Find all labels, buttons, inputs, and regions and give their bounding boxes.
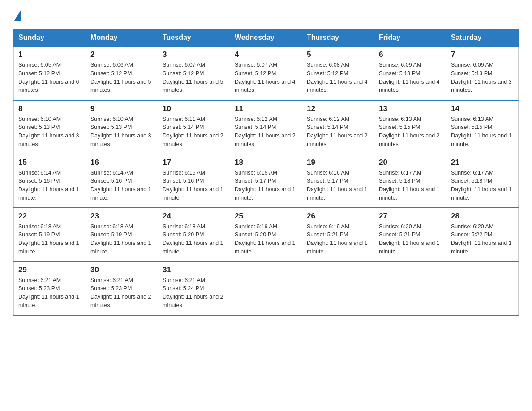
day-info: Sunrise: 6:21 AM Sunset: 5:23 PM Dayligh… xyxy=(90,276,153,310)
calendar-cell xyxy=(446,261,519,315)
day-number: 26 xyxy=(307,212,369,221)
day-number: 16 xyxy=(90,158,153,167)
logo-triangle-icon xyxy=(14,9,21,21)
day-info: Sunrise: 6:05 AM Sunset: 5:12 PM Dayligh… xyxy=(18,61,81,94)
day-info: Sunrise: 6:09 AM Sunset: 5:13 PM Dayligh… xyxy=(379,61,442,94)
day-number: 4 xyxy=(235,50,297,59)
calendar-cell: 5 Sunrise: 6:08 AM Sunset: 5:12 PM Dayli… xyxy=(302,47,374,100)
day-info: Sunrise: 6:19 AM Sunset: 5:21 PM Dayligh… xyxy=(307,223,369,256)
weekday-header-wednesday: Wednesday xyxy=(230,29,302,47)
calendar-cell: 28 Sunrise: 6:20 AM Sunset: 5:22 PM Dayl… xyxy=(446,208,519,261)
day-number: 17 xyxy=(163,158,225,167)
calendar-cell: 7 Sunrise: 6:09 AM Sunset: 5:13 PM Dayli… xyxy=(446,47,519,100)
day-info: Sunrise: 6:10 AM Sunset: 5:13 PM Dayligh… xyxy=(18,115,81,149)
day-info: Sunrise: 6:10 AM Sunset: 5:13 PM Dayligh… xyxy=(90,115,153,149)
logo xyxy=(13,9,21,21)
day-number: 24 xyxy=(163,212,225,221)
calendar-cell xyxy=(230,261,302,315)
calendar-table: SundayMondayTuesdayWednesdayThursdayFrid… xyxy=(13,29,519,316)
calendar-week-row: 15 Sunrise: 6:14 AM Sunset: 5:16 PM Dayl… xyxy=(14,154,519,208)
calendar-cell: 11 Sunrise: 6:12 AM Sunset: 5:14 PM Dayl… xyxy=(230,100,302,154)
weekday-header-monday: Monday xyxy=(86,29,158,47)
day-number: 10 xyxy=(163,104,225,113)
day-info: Sunrise: 6:15 AM Sunset: 5:16 PM Dayligh… xyxy=(163,169,225,202)
calendar-cell: 3 Sunrise: 6:07 AM Sunset: 5:12 PM Dayli… xyxy=(158,47,230,100)
calendar-cell xyxy=(302,261,374,315)
calendar-cell: 31 Sunrise: 6:21 AM Sunset: 5:24 PM Dayl… xyxy=(158,261,230,315)
day-number: 11 xyxy=(235,104,297,113)
day-info: Sunrise: 6:18 AM Sunset: 5:20 PM Dayligh… xyxy=(163,223,225,256)
day-number: 23 xyxy=(90,212,153,221)
calendar-week-row: 29 Sunrise: 6:21 AM Sunset: 5:23 PM Dayl… xyxy=(14,261,519,315)
day-number: 5 xyxy=(307,50,369,59)
weekday-header-row: SundayMondayTuesdayWednesdayThursdayFrid… xyxy=(14,29,519,47)
weekday-header-sunday: Sunday xyxy=(14,29,86,47)
calendar-cell: 12 Sunrise: 6:12 AM Sunset: 5:14 PM Dayl… xyxy=(302,100,374,154)
calendar-cell: 23 Sunrise: 6:18 AM Sunset: 5:19 PM Dayl… xyxy=(86,208,158,261)
weekday-header-saturday: Saturday xyxy=(446,29,519,47)
day-number: 20 xyxy=(379,158,442,167)
day-number: 1 xyxy=(18,50,81,59)
calendar-cell: 2 Sunrise: 6:06 AM Sunset: 5:12 PM Dayli… xyxy=(86,47,158,100)
weekday-header-tuesday: Tuesday xyxy=(158,29,230,47)
day-info: Sunrise: 6:21 AM Sunset: 5:24 PM Dayligh… xyxy=(163,276,225,310)
calendar-cell: 4 Sunrise: 6:07 AM Sunset: 5:12 PM Dayli… xyxy=(230,47,302,100)
day-info: Sunrise: 6:06 AM Sunset: 5:12 PM Dayligh… xyxy=(90,61,153,94)
calendar-week-row: 22 Sunrise: 6:18 AM Sunset: 5:19 PM Dayl… xyxy=(14,208,519,261)
calendar-cell: 15 Sunrise: 6:14 AM Sunset: 5:16 PM Dayl… xyxy=(14,154,86,208)
weekday-header-friday: Friday xyxy=(374,29,446,47)
day-number: 8 xyxy=(18,104,81,113)
day-info: Sunrise: 6:11 AM Sunset: 5:14 PM Dayligh… xyxy=(163,115,225,149)
day-info: Sunrise: 6:18 AM Sunset: 5:19 PM Dayligh… xyxy=(18,223,81,256)
day-number: 12 xyxy=(307,104,369,113)
weekday-header-thursday: Thursday xyxy=(302,29,374,47)
calendar-cell: 25 Sunrise: 6:19 AM Sunset: 5:20 PM Dayl… xyxy=(230,208,302,261)
day-info: Sunrise: 6:21 AM Sunset: 5:23 PM Dayligh… xyxy=(18,276,81,310)
day-number: 31 xyxy=(163,265,225,274)
day-number: 6 xyxy=(379,50,442,59)
day-info: Sunrise: 6:13 AM Sunset: 5:15 PM Dayligh… xyxy=(451,115,514,149)
calendar-cell xyxy=(374,261,446,315)
calendar-cell: 20 Sunrise: 6:17 AM Sunset: 5:18 PM Dayl… xyxy=(374,154,446,208)
day-number: 25 xyxy=(235,212,297,221)
day-info: Sunrise: 6:12 AM Sunset: 5:14 PM Dayligh… xyxy=(235,115,297,149)
day-number: 19 xyxy=(307,158,369,167)
calendar-week-row: 8 Sunrise: 6:10 AM Sunset: 5:13 PM Dayli… xyxy=(14,100,519,154)
calendar-cell: 1 Sunrise: 6:05 AM Sunset: 5:12 PM Dayli… xyxy=(14,47,86,100)
day-number: 27 xyxy=(379,212,442,221)
day-info: Sunrise: 6:17 AM Sunset: 5:18 PM Dayligh… xyxy=(451,169,514,202)
calendar-cell: 10 Sunrise: 6:11 AM Sunset: 5:14 PM Dayl… xyxy=(158,100,230,154)
calendar-cell: 29 Sunrise: 6:21 AM Sunset: 5:23 PM Dayl… xyxy=(14,261,86,315)
calendar-cell: 18 Sunrise: 6:15 AM Sunset: 5:17 PM Dayl… xyxy=(230,154,302,208)
day-info: Sunrise: 6:07 AM Sunset: 5:12 PM Dayligh… xyxy=(163,61,225,94)
calendar-cell: 14 Sunrise: 6:13 AM Sunset: 5:15 PM Dayl… xyxy=(446,100,519,154)
day-number: 15 xyxy=(18,158,81,167)
calendar-cell: 13 Sunrise: 6:13 AM Sunset: 5:15 PM Dayl… xyxy=(374,100,446,154)
day-number: 21 xyxy=(451,158,514,167)
day-number: 30 xyxy=(90,265,153,274)
day-info: Sunrise: 6:14 AM Sunset: 5:16 PM Dayligh… xyxy=(18,169,81,202)
day-info: Sunrise: 6:20 AM Sunset: 5:22 PM Dayligh… xyxy=(451,223,514,256)
day-number: 13 xyxy=(379,104,442,113)
day-info: Sunrise: 6:13 AM Sunset: 5:15 PM Dayligh… xyxy=(379,115,442,149)
day-info: Sunrise: 6:16 AM Sunset: 5:17 PM Dayligh… xyxy=(307,169,369,202)
calendar-cell: 8 Sunrise: 6:10 AM Sunset: 5:13 PM Dayli… xyxy=(14,100,86,154)
page-header xyxy=(13,9,519,21)
day-number: 14 xyxy=(451,104,514,113)
day-info: Sunrise: 6:17 AM Sunset: 5:18 PM Dayligh… xyxy=(379,169,442,202)
calendar-cell: 9 Sunrise: 6:10 AM Sunset: 5:13 PM Dayli… xyxy=(86,100,158,154)
day-info: Sunrise: 6:20 AM Sunset: 5:21 PM Dayligh… xyxy=(379,223,442,256)
calendar-cell: 30 Sunrise: 6:21 AM Sunset: 5:23 PM Dayl… xyxy=(86,261,158,315)
day-info: Sunrise: 6:19 AM Sunset: 5:20 PM Dayligh… xyxy=(235,223,297,256)
day-info: Sunrise: 6:09 AM Sunset: 5:13 PM Dayligh… xyxy=(451,61,514,94)
day-info: Sunrise: 6:18 AM Sunset: 5:19 PM Dayligh… xyxy=(90,223,153,256)
day-number: 9 xyxy=(90,104,153,113)
calendar-cell: 24 Sunrise: 6:18 AM Sunset: 5:20 PM Dayl… xyxy=(158,208,230,261)
calendar-cell: 26 Sunrise: 6:19 AM Sunset: 5:21 PM Dayl… xyxy=(302,208,374,261)
calendar-cell: 6 Sunrise: 6:09 AM Sunset: 5:13 PM Dayli… xyxy=(374,47,446,100)
calendar-cell: 21 Sunrise: 6:17 AM Sunset: 5:18 PM Dayl… xyxy=(446,154,519,208)
day-number: 2 xyxy=(90,50,153,59)
day-number: 3 xyxy=(163,50,225,59)
day-number: 7 xyxy=(451,50,514,59)
calendar-cell: 16 Sunrise: 6:14 AM Sunset: 5:16 PM Dayl… xyxy=(86,154,158,208)
